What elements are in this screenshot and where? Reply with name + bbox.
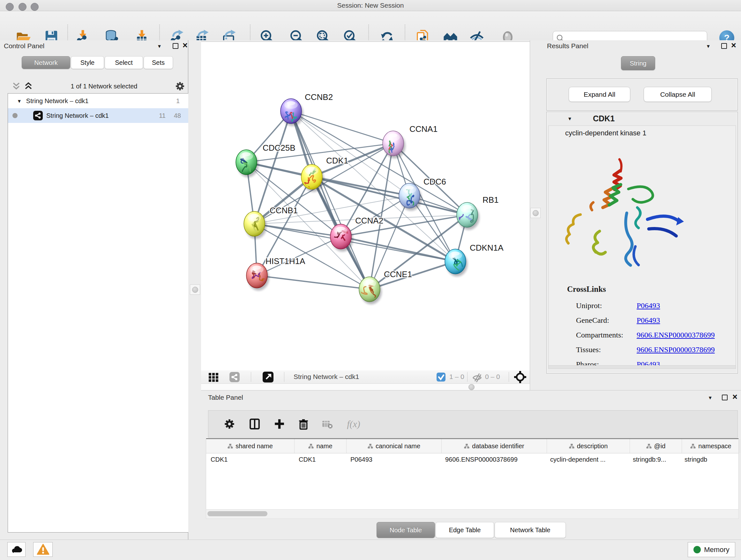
crosslink-link[interactable]: 9606.ENSP00000378699: [636, 346, 715, 354]
memory-button[interactable]: Memory: [688, 542, 735, 557]
results-panel-menu-icon[interactable]: ▼: [706, 44, 711, 49]
network-canvas[interactable]: CCNB2CCNA1CDC25BCDK1CDC6RB1CCNB1CCNA2CDK…: [201, 42, 530, 371]
show-column-icon[interactable]: [248, 418, 261, 430]
automation-cloud-button[interactable]: [7, 542, 25, 557]
results-panel-close-icon[interactable]: ×: [731, 42, 736, 49]
left-splitter[interactable]: [188, 40, 201, 540]
network-share-view-icon[interactable]: [229, 372, 240, 382]
column-label: description: [577, 442, 608, 450]
tab-node-table[interactable]: Node Table: [377, 522, 435, 538]
grid-view-icon[interactable]: [208, 372, 219, 382]
column-header-shared-name[interactable]: shared name: [206, 439, 294, 453]
table-row[interactable]: CDK1CDK1P064939606.ENSP00000378699cyclin…: [206, 453, 738, 465]
right-splitter[interactable]: [530, 40, 545, 390]
network-node-CCNE1[interactable]: [359, 277, 382, 304]
horizontal-splitter[interactable]: [201, 383, 530, 391]
network-node-CDK1[interactable]: [301, 165, 324, 192]
table-cell[interactable]: stringdb:9...: [628, 456, 680, 463]
tab-select[interactable]: Select: [105, 56, 143, 69]
memory-label: Memory: [704, 546, 729, 554]
table-cell[interactable]: stringdb: [680, 456, 738, 463]
node-label-RB1: RB1: [482, 195, 499, 205]
entry-collapse-icon[interactable]: ▼: [567, 116, 572, 121]
left-splitter-handle[interactable]: [190, 285, 200, 295]
tab-style[interactable]: Style: [71, 56, 104, 69]
network-collection-row[interactable]: ▼ String Network – cdk1 1: [8, 94, 189, 108]
collapse-all-networks-icon[interactable]: [11, 82, 21, 90]
table-panel-float-icon[interactable]: [722, 395, 728, 400]
birds-eye-view-icon[interactable]: [263, 372, 273, 382]
table-horizontal-scrollbar[interactable]: [206, 509, 739, 519]
warning-icon: [37, 543, 50, 556]
table-panel-menu-icon[interactable]: ▼: [708, 395, 713, 400]
attribute-icon: [646, 443, 652, 449]
table-settings-gear-icon[interactable]: [223, 418, 236, 430]
scrollbar-thumb[interactable]: [207, 511, 267, 516]
table-cell[interactable]: P06493: [346, 456, 441, 463]
center-view-crosshair-icon[interactable]: [514, 371, 527, 383]
attribute-icon: [367, 443, 373, 449]
control-panel-menu-icon[interactable]: ▼: [157, 44, 162, 49]
column-header-namespace[interactable]: namespace: [682, 439, 740, 453]
table-cell[interactable]: CDK1: [206, 456, 294, 463]
network-node-CCNA2[interactable]: [330, 224, 353, 252]
column-header-canonical-name[interactable]: canonical name: [347, 439, 442, 453]
network-node-CCNB2[interactable]: [280, 99, 303, 126]
title-bar: Session: New Session: [0, 0, 741, 11]
network-node-count: 11: [159, 112, 165, 119]
network-node-CDC6[interactable]: [399, 183, 421, 211]
column-header--id[interactable]: @id: [630, 439, 682, 453]
warnings-button[interactable]: [33, 542, 53, 557]
network-node-RB1[interactable]: [456, 202, 479, 230]
tab-string[interactable]: String: [621, 56, 655, 70]
network-edge[interactable]: [369, 261, 455, 289]
create-column-plus-icon[interactable]: [273, 418, 286, 430]
crosslink-link[interactable]: 9606.ENSP00000378699: [636, 331, 715, 339]
selected-nodes-checkbox-icon[interactable]: [436, 373, 446, 381]
network-node-CCNA1[interactable]: [383, 131, 405, 159]
collection-expand-icon[interactable]: ▼: [17, 98, 22, 104]
collapse-all-button[interactable]: Collapse All: [644, 87, 712, 102]
tab-network[interactable]: Network: [22, 56, 70, 69]
results-panel-title: Results Panel: [547, 42, 589, 50]
tab-sets[interactable]: Sets: [144, 56, 173, 69]
node-table: shared namenamecanonical namedatabase id…: [206, 438, 739, 509]
table-panel-close-icon[interactable]: ×: [732, 394, 738, 400]
table-cell[interactable]: CDK1: [294, 456, 346, 463]
network-node-CDKN1A[interactable]: [445, 249, 468, 276]
crosslink-link[interactable]: P06493: [636, 301, 660, 310]
results-panel-float-icon[interactable]: [721, 43, 727, 49]
network-list-options-gear-icon[interactable]: [175, 81, 185, 91]
column-header-name[interactable]: name: [294, 439, 347, 453]
table-cell[interactable]: cyclin-dependent ...: [546, 456, 628, 463]
delete-table-icon[interactable]: [321, 418, 333, 430]
network-edge[interactable]: [254, 224, 341, 237]
tab-network-table[interactable]: Network Table: [495, 522, 566, 538]
control-panel-float-icon[interactable]: [173, 43, 179, 49]
entry-scrollbar-track[interactable]: [549, 365, 736, 368]
network-edge[interactable]: [341, 237, 455, 261]
attribute-icon: [569, 443, 575, 449]
main-toolbar: ?: [0, 11, 741, 41]
crosslinks-list: Uniprot:P06493GeneCard:P06493Compartment…: [576, 298, 729, 372]
crosslink-row: Tissues:9606.ENSP00000378699: [576, 342, 729, 357]
network-node-CDC25B[interactable]: [236, 150, 259, 177]
delete-column-trash-icon[interactable]: [297, 418, 310, 430]
right-splitter-handle[interactable]: [530, 208, 541, 218]
column-header-description[interactable]: description: [547, 439, 630, 453]
network-edge[interactable]: [257, 275, 369, 289]
network-row[interactable]: String Network – cdk1 11 48: [8, 108, 189, 123]
column-header-database-identifier[interactable]: database identifier: [442, 439, 547, 453]
expand-all-button[interactable]: Expand All: [569, 87, 630, 102]
network-node-HIST1H1A[interactable]: [246, 263, 269, 291]
network-edge[interactable]: [291, 111, 467, 215]
table-cell[interactable]: 9606.ENSP00000378699: [441, 456, 546, 463]
crosslink-link[interactable]: P06493: [636, 316, 660, 325]
network-list-toolbar: 1 of 1 Network selected: [8, 79, 188, 93]
network-edge[interactable]: [257, 237, 341, 275]
tab-edge-table[interactable]: Edge Table: [435, 522, 494, 538]
control-panel-close-icon[interactable]: ×: [183, 42, 188, 49]
expand-all-networks-icon[interactable]: [23, 82, 33, 90]
network-name: String Network – cdk1: [46, 112, 109, 119]
network-edge[interactable]: [291, 111, 393, 143]
